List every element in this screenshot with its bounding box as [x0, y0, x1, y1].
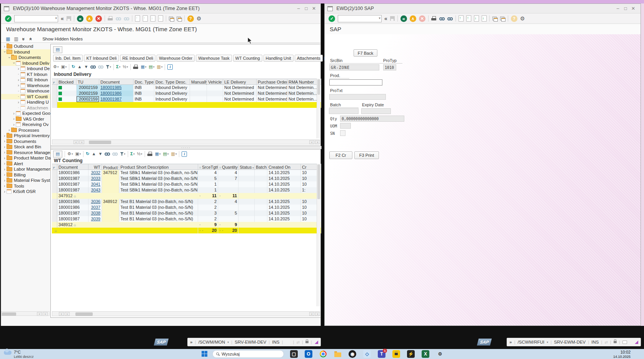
close-button[interactable]: ✕ — [631, 6, 636, 11]
tree-item-inbound-de[interactable]: ›Inbound De — [1, 66, 50, 72]
print-icon[interactable] — [108, 16, 113, 21]
row-selector[interactable] — [52, 210, 57, 216]
tree-item-kisoft-osr[interactable]: ›KiSoft OSR — [1, 189, 50, 195]
command-field[interactable]: ▾ — [14, 15, 58, 22]
lower-scroll-thumb[interactable] — [75, 312, 93, 316]
row-selector[interactable] — [52, 222, 57, 228]
tree-item-receiving-ov[interactable]: ›Receiving Ov — [1, 122, 50, 127]
keyboard-icon[interactable] — [622, 341, 627, 344]
lower-vscroll-thumb[interactable] — [317, 164, 320, 199]
collapse-toolbar-icon[interactable]: « — [384, 15, 387, 22]
search-box[interactable]: Wyszukaj — [212, 350, 284, 358]
expander-icon[interactable]: › — [17, 78, 20, 82]
column-header-rma-number[interactable]: RMA Number — [287, 79, 321, 85]
maximize-button[interactable]: □ — [623, 6, 628, 11]
row-selector[interactable] — [52, 176, 57, 181]
tree-item-processes[interactable]: ›Processes — [1, 127, 50, 133]
expander-icon[interactable]: › — [3, 173, 7, 177]
wt-link[interactable]: 3033 — [91, 176, 100, 181]
taskbar-icon-script-app[interactable]: ⚡ — [407, 350, 415, 358]
chevron-down-icon[interactable]: ▾ — [227, 341, 229, 344]
wt-link[interactable]: 3038 — [91, 211, 100, 215]
tree-item-re-inboun[interactable]: ›RE Inboun — [1, 77, 50, 83]
last-page-icon[interactable]: ↓ — [158, 15, 163, 22]
chevron-down-icon[interactable]: ▾ — [72, 153, 73, 156]
layout-icon[interactable]: ▥▾ — [171, 152, 177, 156]
row-selector[interactable] — [52, 170, 57, 176]
first-page-icon[interactable]: ↑ — [135, 15, 140, 22]
enter-icon[interactable]: ✓ — [5, 15, 12, 22]
tree-item-stock-and-bin[interactable]: ›Stock and Bin — [1, 144, 50, 150]
prod-field[interactable] — [329, 79, 382, 86]
upper-vscroll-thumb[interactable] — [317, 79, 320, 95]
first-page-icon[interactable]: ↑ — [459, 15, 464, 22]
wt-link[interactable]: 3037 — [91, 205, 100, 210]
resize-grip[interactable] — [635, 341, 638, 344]
taskbar-icon-file-explorer[interactable] — [334, 350, 342, 358]
help-icon[interactable]: ? — [187, 15, 194, 22]
chevron-down-icon[interactable]: ▾ — [119, 65, 120, 69]
chevron-down-icon[interactable]: ▾ — [379, 16, 380, 20]
export-icon[interactable]: ▤▾ — [149, 65, 155, 69]
find-next-icon[interactable] — [112, 152, 118, 156]
tree-item-vas-order[interactable]: ›VAS Order — [1, 116, 50, 122]
chevron-down-icon[interactable]: ▾ — [141, 153, 142, 156]
help-icon[interactable]: ? — [511, 15, 517, 22]
taskbar-icon-password-manager[interactable] — [392, 350, 400, 358]
expander-icon[interactable]: › — [12, 117, 16, 121]
save-icon[interactable] — [67, 16, 71, 21]
new-session-icon[interactable] — [492, 17, 497, 21]
f3-print-button[interactable]: F3 Print — [354, 151, 379, 159]
detail-view-icon[interactable]: ▤ — [53, 151, 62, 158]
taskbar-icon-settings[interactable]: ⚙ — [436, 350, 444, 358]
protyp-field[interactable] — [383, 64, 396, 70]
expander-icon[interactable]: › — [12, 61, 16, 65]
column-header-status[interactable]: Status ▾ — [239, 164, 255, 170]
collapse-all-icon[interactable]: » — [21, 37, 27, 40]
find-icon[interactable] — [90, 65, 96, 69]
expander-icon[interactable]: › — [3, 184, 7, 188]
tab-wt-counting[interactable]: WT Counting — [233, 55, 262, 62]
tree-item-inbound-deliv[interactable]: ›Inbound Deliv — [1, 60, 50, 66]
expander-icon[interactable]: › — [3, 44, 7, 49]
expander-icon[interactable]: › — [7, 128, 11, 132]
expander-icon[interactable]: › — [3, 145, 7, 149]
find-next-icon[interactable] — [124, 17, 129, 20]
tree-item-handling-u[interactable]: ›Handling U — [1, 99, 50, 105]
wt-link[interactable]: 3041 — [91, 182, 100, 186]
transaction-field[interactable]: /SCWM/MON — [198, 340, 225, 344]
tab-kt-inbound-deli[interactable]: KT Inbound Deli — [84, 55, 119, 62]
tree-scroll-right-icon[interactable]: › — [43, 312, 48, 316]
lower-vertical-scrollbar[interactable] — [317, 164, 320, 306]
upper-scroll-thumb[interactable] — [89, 141, 111, 144]
filter-icon[interactable]: ▾ — [120, 152, 125, 156]
expander-icon[interactable]: › — [3, 139, 7, 143]
row-selector[interactable] — [52, 193, 57, 199]
expander-icon[interactable]: › — [3, 156, 7, 160]
select-all-header[interactable]: ◤ — [52, 79, 57, 85]
taskbar-icon-outlook[interactable]: O — [305, 350, 312, 358]
chevron-down-icon[interactable]: ▾ — [175, 153, 177, 156]
tree-item-labor-managemen[interactable]: ›Labor Managemen — [1, 166, 50, 172]
column-header-document[interactable]: Document — [99, 79, 133, 85]
expander-icon[interactable]: › — [3, 161, 7, 166]
views-icon[interactable]: ▦▾ — [155, 152, 161, 156]
settings-icon[interactable]: ⚙▾ — [53, 65, 58, 69]
print-icon[interactable] — [133, 65, 138, 69]
column-config-icon[interactable]: ▥ — [14, 37, 18, 41]
chevron-down-icon[interactable]: ▾ — [145, 65, 147, 69]
srcbin-field[interactable] — [329, 64, 379, 70]
enter-icon[interactable]: ✓ — [329, 15, 335, 22]
row-selector[interactable] — [52, 216, 57, 222]
table-view-icon[interactable]: ▤ — [53, 46, 62, 53]
tree-item-warehouse[interactable]: ·Warehouse — [1, 88, 50, 94]
print-icon[interactable] — [147, 152, 153, 156]
expander-icon[interactable]: › — [7, 55, 12, 59]
column-header-manually[interactable]: Manually — [190, 79, 207, 85]
refresh-icon[interactable]: ↻ — [86, 152, 89, 156]
tree-item-wt-counti[interactable]: ·WT Counti — [1, 94, 50, 100]
find-next-icon[interactable] — [98, 65, 103, 69]
tree-item-tools[interactable]: ›Tools — [1, 183, 50, 189]
generate-shortcut-icon[interactable] — [500, 17, 505, 21]
chevron-down-icon[interactable]: ▾ — [65, 65, 67, 69]
